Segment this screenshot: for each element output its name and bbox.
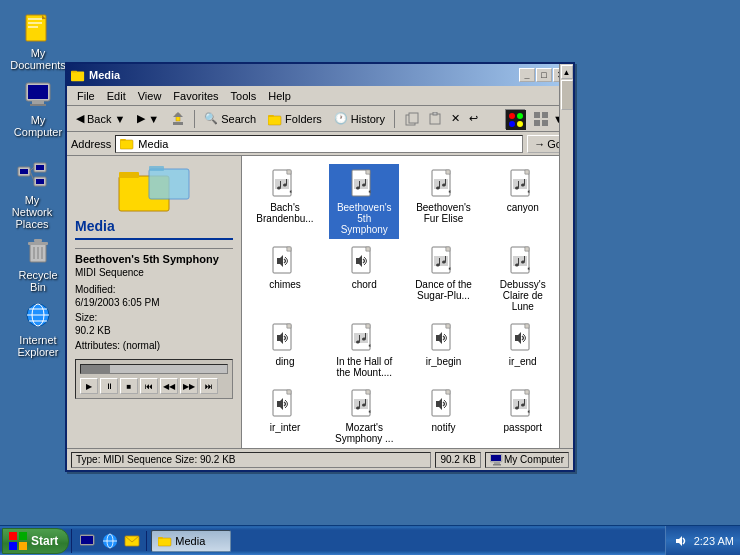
up-button[interactable]: [166, 108, 190, 130]
play-button[interactable]: ▶: [80, 378, 98, 394]
menu-favorites[interactable]: Favorites: [167, 88, 224, 104]
windows-logo: [9, 532, 27, 550]
file-item[interactable]: ir_inter: [250, 384, 320, 448]
file-item[interactable]: ir_begin: [409, 318, 479, 382]
file-item[interactable]: ir_end: [488, 318, 558, 382]
svg-rect-7: [32, 101, 44, 104]
svg-rect-205: [19, 532, 27, 540]
skip-back-button[interactable]: ⏮: [140, 378, 158, 394]
folders-label: Folders: [285, 113, 322, 125]
file-item[interactable]: Mozart's Symphony ...: [329, 384, 399, 448]
ie-quick-launch[interactable]: [100, 531, 120, 551]
svg-rect-54: [149, 166, 164, 171]
stop-button[interactable]: ■: [120, 378, 138, 394]
back-button[interactable]: ◀ Back ▼: [71, 108, 130, 130]
file-item[interactable]: chord: [329, 241, 399, 316]
menu-edit[interactable]: Edit: [101, 88, 132, 104]
start-button[interactable]: Start: [2, 528, 69, 554]
file-item[interactable]: Bach's Brandenbu...: [250, 164, 320, 239]
ie-label: Internet Explorer: [12, 334, 64, 358]
window-title: Media: [89, 69, 120, 81]
svg-rect-1: [28, 18, 42, 20]
svg-rect-37: [409, 113, 418, 123]
title-bar: Media _ □ ✕: [67, 64, 573, 86]
go-arrow-icon: →: [534, 138, 545, 150]
svg-rect-12: [36, 165, 44, 170]
desktop-icon-recycle-bin[interactable]: Recycle Bin: [8, 230, 68, 297]
audio-file-icon: [428, 322, 460, 354]
file-item[interactable]: In the Hall of the Mount....: [329, 318, 399, 382]
toolbar-btn-1[interactable]: [401, 108, 423, 130]
search-button[interactable]: 🔍 Search: [199, 108, 261, 130]
file-item[interactable]: ding: [250, 318, 320, 382]
my-computer-label: My Computer: [12, 114, 64, 138]
folder-title-icon: [71, 68, 85, 82]
fast-forward-button[interactable]: ▶▶: [180, 378, 198, 394]
file-item[interactable]: notify: [409, 384, 479, 448]
search-icon: 🔍: [204, 112, 218, 125]
scroll-thumb[interactable]: [561, 80, 573, 110]
show-desktop-button[interactable]: [78, 531, 98, 551]
audio-file-icon: [269, 245, 301, 277]
midi-file-icon: [507, 388, 539, 420]
panel-file-type: MIDI Sequence: [75, 267, 233, 278]
panel-file-name: Beethoven's 5th Symphony: [75, 253, 233, 265]
outlook-quick-launch[interactable]: [122, 531, 142, 551]
toolbar-btn-3[interactable]: ✕: [447, 108, 464, 130]
volume-icon[interactable]: [672, 532, 690, 550]
file-item[interactable]: Beethoven's Fur Elise: [409, 164, 479, 239]
panel-folder-display: [75, 164, 233, 214]
folders-icon: [268, 112, 282, 126]
file-name: Beethoven's Fur Elise: [413, 202, 475, 224]
file-name: Beethoven's 5th Symphony: [333, 202, 395, 235]
svg-rect-50: [120, 139, 126, 141]
svg-rect-130: [525, 247, 529, 251]
desktop-icon-my-documents[interactable]: My Documents: [8, 8, 68, 75]
vertical-scrollbar[interactable]: ▲ ▼: [559, 64, 573, 470]
desktop-icon-my-computer[interactable]: My Computer: [8, 75, 68, 142]
size-label: Size:: [75, 312, 233, 323]
address-input[interactable]: Media: [115, 135, 523, 153]
skip-forward-button[interactable]: ⏭: [200, 378, 218, 394]
midi-file-icon: [348, 388, 380, 420]
svg-rect-48: [542, 120, 548, 126]
status-location-text: My Computer: [504, 454, 564, 465]
file-name: Debussy's Claire de Lune: [492, 279, 554, 312]
maximize-button[interactable]: □: [536, 68, 552, 82]
taskbar-media-item[interactable]: Media: [151, 530, 231, 552]
file-item[interactable]: Beethoven's 5th Symphony: [329, 164, 399, 239]
file-item[interactable]: canyon: [488, 164, 558, 239]
history-button[interactable]: 🕐 History: [329, 108, 390, 130]
folders-button[interactable]: Folders: [263, 108, 327, 130]
player-progress: [81, 365, 110, 373]
svg-rect-14: [36, 179, 44, 184]
up-icon: [171, 112, 185, 126]
file-name: ding: [276, 356, 295, 367]
modified-value: 6/19/2003 6:05 PM: [75, 297, 233, 308]
file-item[interactable]: Debussy's Claire de Lune: [488, 241, 558, 316]
start-label: Start: [31, 534, 58, 548]
midi-file-icon: [507, 168, 539, 200]
minimize-button[interactable]: _: [519, 68, 535, 82]
svg-line-16: [30, 171, 34, 181]
menu-file[interactable]: File: [71, 88, 101, 104]
pause-button[interactable]: ⏸: [100, 378, 118, 394]
attributes-label: Attributes: (normal): [75, 340, 233, 351]
rewind-button[interactable]: ◀◀: [160, 378, 178, 394]
address-value: Media: [138, 138, 168, 150]
menu-view[interactable]: View: [132, 88, 168, 104]
svg-rect-2: [28, 22, 42, 24]
file-item[interactable]: passport: [488, 384, 558, 448]
file-item[interactable]: chimes: [250, 241, 320, 316]
menu-tools[interactable]: Tools: [225, 88, 263, 104]
scroll-up-button[interactable]: ▲: [561, 65, 573, 79]
menu-help[interactable]: Help: [262, 88, 297, 104]
desktop-icon-my-network[interactable]: My Network Places: [2, 155, 62, 234]
toolbar-btn-4[interactable]: ↩: [465, 108, 482, 130]
file-item[interactable]: Dance of the Sugar-Plu...: [409, 241, 479, 316]
player-track[interactable]: [80, 364, 228, 374]
forward-button[interactable]: ▶ ▼: [132, 108, 164, 130]
desktop-icon-ie[interactable]: Internet Explorer: [8, 295, 68, 362]
svg-rect-214: [158, 538, 171, 546]
toolbar-btn-2[interactable]: [424, 108, 446, 130]
